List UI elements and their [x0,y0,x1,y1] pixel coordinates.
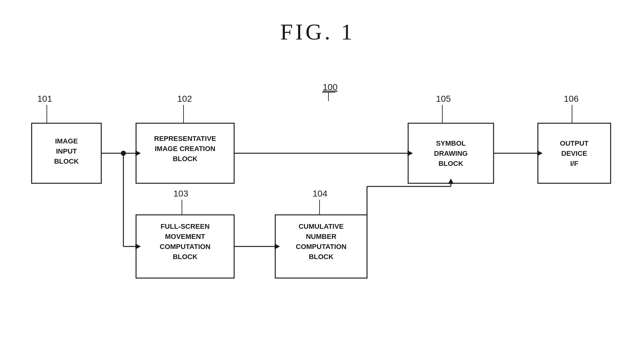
cumulative-label-3: COMPUTATION [296,243,347,251]
ref-103: 103 [173,189,188,198]
ref-105: 105 [436,94,451,104]
rep-image-label-2: IMAGE CREATION [155,145,215,153]
image-input-label-1: IMAGE [55,137,78,145]
symbol-drawing-label-3: BLOCK [439,160,463,167]
ref-101: 101 [37,94,52,104]
symbol-drawing-label-2: DRAWING [434,149,468,157]
representative-image-block [136,123,234,183]
image-input-label-3: BLOCK [54,157,79,165]
output-device-label-3: I/F [570,160,578,167]
cumulative-label-1: CUMULATIVE [299,222,344,230]
block-diagram: 100 101 102 103 104 105 106 IMAGE INPUT … [0,0,635,364]
diagram-container: FIG. 1 100 101 102 103 104 105 106 IMAGE… [0,0,635,364]
ref-104: 104 [313,189,327,198]
cumulative-label-4: BLOCK [309,253,333,261]
output-device-label-1: OUTPUT [560,139,589,147]
image-input-label-2: INPUT [56,147,77,155]
ref-100: 100 [323,82,338,92]
full-screen-label-4: BLOCK [173,253,197,261]
full-screen-label-2: MOVEMENT [165,233,205,240]
full-screen-label-3: COMPUTATION [160,243,211,251]
ref-102: 102 [177,94,192,104]
cumulative-label-2: NUMBER [306,233,337,240]
symbol-drawing-label-1: SYMBOL [436,139,466,147]
full-screen-label-1: FULL-SCREEN [160,222,209,230]
rep-image-label-1: REPRESENTATIVE [154,135,216,143]
ref-106: 106 [564,94,579,104]
output-device-label-2: DEVICE [561,149,587,157]
rep-image-label-3: BLOCK [173,155,197,163]
